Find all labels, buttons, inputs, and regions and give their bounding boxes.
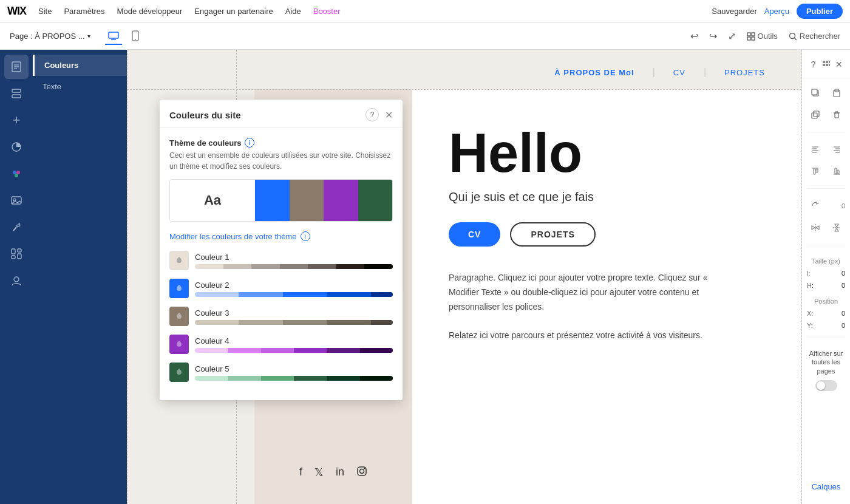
- color-panel: Couleurs Texte: [33, 50, 127, 504]
- svg-point-4: [135, 39, 136, 40]
- theme-info-icon[interactable]: i: [245, 138, 254, 148]
- position-label: Position: [807, 298, 845, 305]
- page-selector[interactable]: Page : À PROPOS ... ▾: [10, 32, 90, 41]
- flip-v-icon[interactable]: [828, 219, 845, 236]
- preview-button[interactable]: Aperçu: [764, 7, 789, 16]
- svg-rect-25: [18, 249, 21, 252]
- color-swatch-1[interactable]: [169, 251, 189, 270]
- close-button[interactable]: ✕: [385, 109, 393, 121]
- color-info-1: Couleur 1: [195, 253, 393, 269]
- svg-point-18: [13, 171, 16, 174]
- desktop-device-icon[interactable]: [105, 28, 122, 45]
- nav-booster[interactable]: Booster: [313, 7, 341, 16]
- mobile-device-icon[interactable]: [127, 28, 144, 45]
- right-display-section: Afficher sur toutes les pages: [802, 344, 850, 396]
- right-actions-section: [802, 80, 850, 128]
- facebook-icon[interactable]: f: [299, 466, 302, 480]
- svg-rect-26: [12, 256, 15, 259]
- modify-info-icon[interactable]: i: [301, 231, 310, 241]
- width-value: 0: [818, 270, 845, 277]
- sidebar-apps-icon[interactable]: [4, 242, 29, 266]
- cv-button[interactable]: CV: [449, 222, 500, 247]
- color-bar-1: [195, 264, 393, 269]
- left-sidebar: +: [0, 50, 33, 504]
- projets-button[interactable]: PROJETS: [510, 222, 595, 247]
- linkedin-icon[interactable]: in: [336, 466, 344, 480]
- color-row-4: Couleur 4: [169, 335, 393, 354]
- theme-color-blue: [255, 180, 290, 221]
- delete-icon[interactable]: [828, 106, 845, 123]
- nav-mode-dev[interactable]: Mode développeur: [117, 7, 183, 16]
- svg-rect-48: [812, 89, 817, 95]
- sidebar-add-icon[interactable]: +: [4, 108, 29, 132]
- help-right-icon[interactable]: ?: [807, 56, 820, 73]
- sidebar-theme-icon[interactable]: [4, 135, 29, 159]
- nav-site[interactable]: Site: [38, 7, 52, 16]
- sidebar-tools-icon[interactable]: [4, 215, 29, 239]
- sidebar-media-icon[interactable]: [4, 188, 29, 213]
- theme-color-purple: [324, 180, 358, 221]
- divider-3: [807, 245, 845, 245]
- save-button[interactable]: Sauvegarder: [712, 7, 756, 16]
- redo-button[interactable]: ↪: [709, 30, 717, 42]
- sidebar-colors-icon[interactable]: [4, 162, 29, 186]
- color-row-3: Couleur 3: [169, 307, 393, 326]
- publish-button[interactable]: Publier: [797, 4, 843, 19]
- color-swatch-5[interactable]: [169, 363, 189, 382]
- fit-button[interactable]: ⤢: [728, 30, 736, 42]
- nav-parametres[interactable]: Paramètres: [64, 7, 104, 16]
- svg-point-19: [16, 171, 20, 174]
- color-row-5: Couleur 5: [169, 363, 393, 382]
- sidebar-layers-icon[interactable]: [4, 81, 29, 106]
- nav-partenaire[interactable]: Engager un partenaire: [194, 7, 273, 16]
- color-bar-5: [195, 376, 393, 381]
- tools-button[interactable]: Outils: [747, 32, 778, 41]
- x-value: 0: [818, 310, 845, 317]
- rotate-icon[interactable]: [807, 197, 824, 214]
- svg-rect-15: [12, 89, 21, 92]
- right-align-section: [802, 136, 850, 185]
- undo-button[interactable]: ↩: [690, 30, 698, 42]
- wix-logo: wix: [7, 5, 26, 18]
- color-swatch-3[interactable]: [169, 307, 189, 326]
- sidebar-pages-icon[interactable]: [4, 55, 29, 79]
- align-right-icon[interactable]: [828, 141, 845, 158]
- align-bottom-icon[interactable]: [828, 163, 845, 180]
- align-top-icon[interactable]: [807, 163, 824, 180]
- flip-h-icon[interactable]: [807, 219, 824, 236]
- svg-rect-67: [814, 169, 815, 174]
- calques-button[interactable]: Calques: [812, 482, 841, 491]
- help-icon[interactable]: ?: [365, 108, 379, 121]
- texte-tab[interactable]: Texte: [33, 76, 127, 97]
- popup-title: Couleurs du site: [169, 110, 241, 120]
- color-bar-2: [195, 292, 393, 297]
- color-swatch-4[interactable]: [169, 335, 189, 354]
- sidebar-identity-icon[interactable]: [4, 268, 29, 293]
- top-navigation: wix Site Paramètres Mode développeur Eng…: [0, 0, 850, 23]
- align-left-icon[interactable]: [807, 141, 824, 158]
- site-nav-apropos[interactable]: À PROPOS DE MoI: [554, 68, 634, 77]
- instagram-icon[interactable]: [356, 466, 367, 480]
- duplicate-icon[interactable]: [807, 106, 824, 123]
- width-key: l:: [807, 270, 815, 277]
- grid-icon[interactable]: [820, 56, 832, 73]
- paste-icon[interactable]: [828, 84, 845, 101]
- site-nav-cv[interactable]: CV: [673, 68, 685, 77]
- theme-preview[interactable]: Aa: [169, 179, 393, 222]
- couleurs-tab[interactable]: Couleurs: [33, 55, 127, 76]
- height-key: H:: [807, 282, 815, 289]
- close-right-icon[interactable]: ✕: [832, 56, 845, 73]
- search-button[interactable]: Rechercher: [789, 32, 840, 41]
- modify-theme-link[interactable]: Modifier les couleurs de votre thème i: [169, 231, 393, 241]
- right-size-section: Taille (px) l: 0 H: 0 Position X: 0 Y: 0: [802, 249, 850, 334]
- color-swatch-2[interactable]: [169, 279, 189, 298]
- copy-icon[interactable]: [807, 84, 824, 101]
- site-nav-projets[interactable]: PROJETS: [724, 68, 765, 77]
- display-toggle[interactable]: [815, 380, 837, 391]
- svg-rect-7: [747, 37, 750, 40]
- twitter-icon[interactable]: 𝕏: [314, 466, 324, 480]
- nav-aide[interactable]: Aide: [285, 7, 301, 16]
- y-value: 0: [818, 322, 845, 329]
- divider-2: [807, 188, 845, 189]
- theme-section-title: Thème de couleurs i: [169, 138, 393, 148]
